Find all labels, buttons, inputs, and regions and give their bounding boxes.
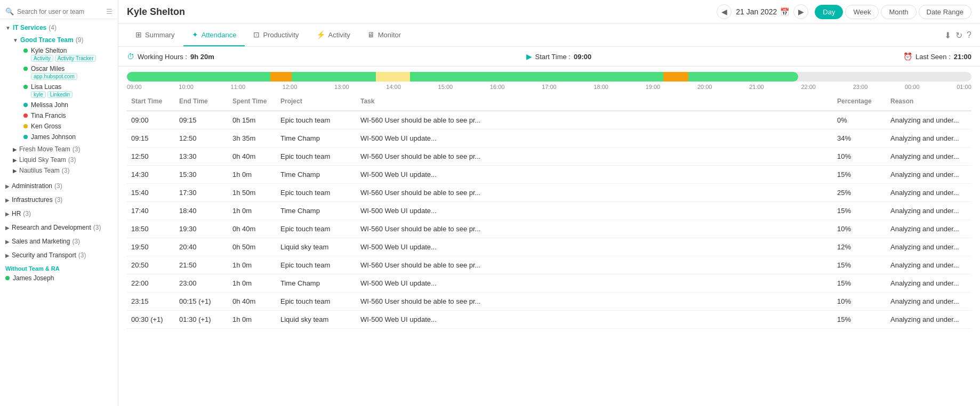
- filter-icon[interactable]: ☰: [106, 7, 113, 15]
- infrastructures-group: ▶ Infrastructures (3): [0, 193, 118, 207]
- calendar-icon[interactable]: 📅: [780, 7, 789, 16]
- administration-group: ▶ Administration (3): [0, 179, 118, 193]
- cell-project: Epic touch team: [276, 111, 356, 129]
- cell-task: WI-560 User should be able to see pr...: [356, 148, 833, 166]
- next-date-button[interactable]: ▶: [793, 4, 808, 19]
- nautilus-team-item[interactable]: ▶ Nautilus Team (3): [5, 165, 113, 176]
- table-row[interactable]: 17:40 18:40 1h 0m Time Champ WI-500 Web …: [127, 202, 971, 220]
- page-title: Kyle Shelton: [127, 6, 710, 18]
- user-melissa-john[interactable]: Melissa John: [13, 100, 113, 110]
- hr-label: HR: [12, 210, 21, 217]
- time-label: 11:00: [231, 84, 246, 90]
- fresh-move-label: Fresh Move Team: [19, 145, 70, 153]
- attendance-icon: ✦: [192, 30, 198, 39]
- user-tina-francis[interactable]: Tina Francis: [13, 110, 113, 121]
- cell-reason: Analyzing and under...: [886, 274, 971, 293]
- col-header-reason: Reason: [886, 92, 971, 111]
- user-ken-gross[interactable]: Ken Gross: [13, 121, 113, 132]
- clock-icon: ⏱: [127, 52, 134, 61]
- cell-task: WI-560 User should be able to see pr...: [356, 111, 833, 129]
- time-label: 17:00: [542, 84, 557, 90]
- table-icon: ⊞: [135, 30, 142, 39]
- cell-pct: 10%: [833, 148, 886, 166]
- time-label: 13:00: [334, 84, 349, 90]
- cell-pct: 15%: [833, 202, 886, 220]
- cell-project: Epic touch team: [276, 184, 356, 202]
- it-services-header[interactable]: ▼ IT Services (4): [5, 22, 113, 33]
- table-row[interactable]: 00:30 (+1) 01:30 (+1) 1h 0m Liquid sky t…: [127, 311, 971, 329]
- search-input[interactable]: [17, 8, 103, 15]
- liquid-sky-team-item[interactable]: ▶ Liquid Sky Team (3): [5, 155, 113, 165]
- status-dot: [23, 113, 28, 118]
- download-icon[interactable]: ⬇: [944, 30, 951, 40]
- table-row[interactable]: 20:50 21:50 1h 0m Epic touch team WI-560…: [127, 256, 971, 274]
- prev-date-button[interactable]: ◀: [717, 4, 732, 19]
- tab-activity[interactable]: ⚡ Activity: [308, 24, 359, 46]
- cell-project: Time Champ: [276, 274, 356, 293]
- user-kyle-shelton[interactable]: Kyle Shelton Activity Activity Tracker: [13, 45, 113, 63]
- col-header-spent: Spent Time: [228, 92, 276, 111]
- good-trace-team-header[interactable]: ▼ Good Trace Team (9): [13, 35, 113, 45]
- view-tab-month[interactable]: Month: [881, 5, 916, 19]
- administration-header[interactable]: ▶ Administration (3): [0, 181, 118, 191]
- timeline-segment-1: [127, 72, 270, 82]
- user-tag: kyle: [31, 91, 46, 98]
- tab-attendance[interactable]: ✦ Attendance: [183, 24, 245, 46]
- infrastructures-header[interactable]: ▶ Infrastructures (3): [0, 194, 118, 205]
- infrastructures-count: (3): [55, 196, 63, 204]
- view-tab-day[interactable]: Day: [815, 5, 843, 19]
- cell-reason: Analyzing and under...: [886, 311, 971, 329]
- nautilus-label: Nautilus Team: [19, 167, 60, 174]
- status-dot: [23, 124, 28, 128]
- security-label: Security and Transport: [12, 251, 76, 259]
- user-james-joseph[interactable]: James Joseph: [0, 273, 118, 283]
- tab-productivity[interactable]: ⊡ Productivity: [245, 24, 307, 46]
- time-label: 23:00: [853, 84, 868, 90]
- chevron-right-icon: ▶: [5, 183, 10, 189]
- view-tab-week[interactable]: Week: [845, 5, 879, 19]
- cell-start: 09:15: [127, 129, 175, 148]
- cell-pct: 34%: [833, 129, 886, 148]
- tab-monitor[interactable]: 🖥 Monitor: [359, 24, 409, 46]
- help-icon[interactable]: ?: [967, 30, 971, 40]
- user-oscar-miles[interactable]: Oscar Miles app.hubspot.com: [13, 63, 113, 82]
- cell-start: 23:15: [127, 293, 175, 311]
- table-row[interactable]: 15:40 17:30 1h 50m Epic touch team WI-56…: [127, 184, 971, 202]
- research-header[interactable]: ▶ Research and Development (3): [0, 222, 118, 233]
- table-row[interactable]: 18:50 19:30 0h 40m Epic touch team WI-56…: [127, 220, 971, 238]
- timeline-segment-2: [270, 72, 292, 82]
- research-count: (3): [93, 224, 101, 231]
- hr-header[interactable]: ▶ HR (3): [0, 208, 118, 219]
- fresh-move-team-item[interactable]: ▶ Fresh Move Team (3): [5, 144, 113, 155]
- cell-end: 13:30: [175, 148, 228, 166]
- status-dot: [23, 85, 28, 89]
- last-seen-value: 21:00: [954, 53, 971, 61]
- sales-header[interactable]: ▶ Sales and Marketing (3): [0, 236, 118, 247]
- tab-attendance-label: Attendance: [202, 31, 237, 39]
- table-row[interactable]: 09:15 12:50 3h 35m Time Champ WI-500 Web…: [127, 129, 971, 148]
- user-info: Tina Francis: [31, 112, 66, 119]
- security-header[interactable]: ▶ Security and Transport (3): [0, 250, 118, 261]
- cell-task: WI-500 Web UI update...: [356, 166, 833, 184]
- tab-summary[interactable]: ⊞ Summary: [127, 24, 183, 46]
- table-row[interactable]: 19:50 20:40 0h 50m Liquid sky team WI-50…: [127, 238, 971, 256]
- time-label: 22:00: [801, 84, 816, 90]
- cell-end: 09:15: [175, 111, 228, 129]
- table-row[interactable]: 22:00 23:00 1h 0m Time Champ WI-500 Web …: [127, 274, 971, 293]
- table-row[interactable]: 09:00 09:15 0h 15m Epic touch team WI-56…: [127, 111, 971, 129]
- user-lisa-lucas[interactable]: Lisa Lucas kyle Linkedin: [13, 82, 113, 100]
- status-dot: [23, 135, 28, 139]
- cell-task: WI-500 Web UI update...: [356, 274, 833, 293]
- table-row[interactable]: 14:30 15:30 1h 0m Time Champ WI-500 Web …: [127, 166, 971, 184]
- cell-project: Liquid sky team: [276, 238, 356, 256]
- user-tags: app.hubspot.com: [31, 73, 77, 80]
- refresh-icon[interactable]: ↻: [955, 30, 962, 40]
- table-row[interactable]: 23:15 00:15 (+1) 0h 40m Epic touch team …: [127, 293, 971, 311]
- cell-spent: 1h 0m: [228, 256, 276, 274]
- chevron-right-icon: ▶: [13, 147, 17, 152]
- user-info: Ken Gross: [31, 123, 61, 130]
- col-header-start: Start Time: [127, 92, 175, 111]
- table-row[interactable]: 12:50 13:30 0h 40m Epic touch team WI-56…: [127, 148, 971, 166]
- user-james-johnson[interactable]: James Johnson: [13, 132, 113, 142]
- view-tab-daterange[interactable]: Date Range: [919, 5, 971, 19]
